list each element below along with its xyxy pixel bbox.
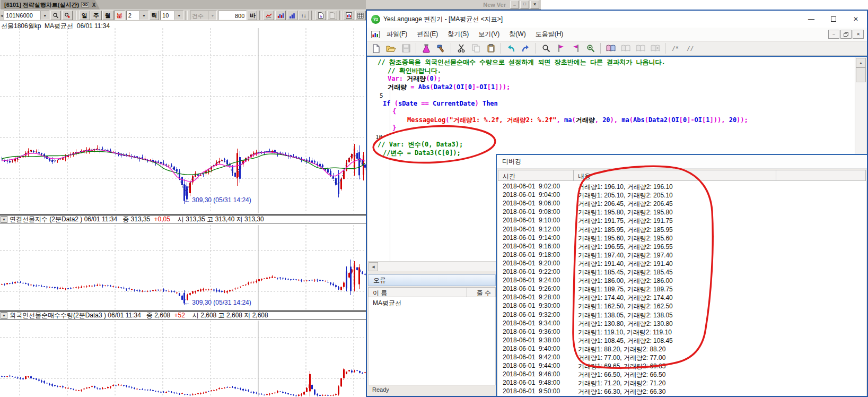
debug-row[interactable]: 2018-06-01 9:32:00거래량1: 138.05, 거래량2: 13… bbox=[498, 311, 866, 320]
debug-row-content: 거래량1: 185.95, 거래량2: 185.95 bbox=[578, 226, 673, 235]
debug-row-time: 2018-06-01 9:02:00 bbox=[503, 183, 560, 190]
debug-row-content: 거래량1: 66.30, 거래량2: 66.30 bbox=[578, 387, 665, 396]
debug-row-content: 거래량1: 185.45, 거래량2: 185.45 bbox=[578, 268, 673, 277]
debug-row[interactable]: 2018-06-01 9:02:00거래량1: 196.10, 거래량2: 19… bbox=[498, 183, 866, 191]
debug-row-time: 2018-06-01 9:12:00 bbox=[503, 226, 560, 233]
debug-row[interactable]: 2018-06-01 9:20:00거래량1: 191.40, 거래량2: 19… bbox=[498, 260, 866, 268]
close-icon[interactable]: ✕ bbox=[845, 12, 867, 26]
debug-row[interactable]: 2018-06-01 9:08:00거래량1: 195.80, 거래량2: 19… bbox=[498, 208, 866, 217]
debug-row[interactable]: 2018-06-01 9:34:00거래량1: 130.80, 거래량2: 13… bbox=[498, 320, 866, 328]
pane-collapse-icon[interactable]: ▼ bbox=[1, 312, 7, 319]
code-line-11[interactable]: // Var: 변수(0, Data3); bbox=[368, 141, 463, 149]
pane3-change-value: +52 bbox=[174, 312, 185, 319]
background-window-titlebar[interactable]: New Ver _ □ x bbox=[366, 0, 541, 10]
mdi-close-icon[interactable]: ✕ bbox=[853, 30, 864, 39]
build-button[interactable] bbox=[434, 42, 448, 55]
debug-row-content: 거래량1: 196.10, 거래량2: 196.10 bbox=[578, 183, 673, 192]
code-line-7[interactable]: { bbox=[368, 108, 396, 116]
code-vertical-scrollbar[interactable]: ▲ bbox=[855, 57, 866, 154]
clipboard-icon bbox=[487, 44, 495, 53]
bookmark-next-button[interactable] bbox=[569, 42, 582, 55]
debug-row[interactable]: 2018-06-01 9:40:00거래량1: 88.20, 거래량2: 88.… bbox=[498, 345, 866, 353]
errors-col-name[interactable]: 이 름 bbox=[369, 288, 467, 297]
mdi-restore-icon[interactable] bbox=[840, 30, 852, 39]
indicator-wizard-button[interactable] bbox=[419, 42, 433, 55]
code-line-8[interactable]: MessageLog("거래량1: %.2f, 거래량2: %.2f", ma(… bbox=[368, 116, 748, 125]
debug-row[interactable]: 2018-06-01 9:16:00거래량1: 196.55, 거래량2: 19… bbox=[498, 243, 866, 251]
debug-row[interactable]: 2018-06-01 9:10:00거래량1: 191.75, 거래량2: 19… bbox=[498, 217, 866, 225]
debug-row-time: 2018-06-01 9:42:00 bbox=[503, 353, 560, 361]
minimize-icon[interactable]: _ bbox=[510, 1, 519, 8]
new-file-button[interactable] bbox=[370, 42, 383, 55]
debug-row[interactable]: 2018-06-01 9:24:00거래량1: 186.00, 거래량2: 18… bbox=[498, 277, 866, 285]
pane2-change-value: +0,05 bbox=[154, 215, 170, 223]
cut-button[interactable] bbox=[454, 42, 468, 55]
debug-row[interactable]: 2018-06-01 9:28:00거래량1: 174.40, 거래량2: 17… bbox=[498, 294, 866, 302]
code-line-3[interactable]: Var: 거래량(0); bbox=[368, 75, 441, 83]
pane-collapse-icon[interactable]: ▼ bbox=[1, 216, 7, 223]
menu-item-0[interactable]: 파일(F) bbox=[382, 30, 412, 39]
debug-row[interactable]: 2018-06-01 9:06:00거래량1: 206.45, 거래량2: 20… bbox=[498, 200, 866, 208]
mdi-minimize-icon[interactable]: – bbox=[828, 30, 839, 39]
debug-col-time[interactable]: 시간 bbox=[498, 170, 574, 180]
toolbar-separator bbox=[416, 43, 416, 54]
close-icon[interactable]: x bbox=[530, 1, 539, 8]
debug-row[interactable]: 2018-06-01 9:26:00거래량1: 189.75, 거래량2: 18… bbox=[498, 285, 866, 294]
find-button[interactable] bbox=[539, 42, 553, 55]
comment-block-button[interactable]: /* bbox=[669, 42, 682, 55]
debug-row-content: 거래량1: 191.75, 거래량2: 191.75 bbox=[578, 217, 673, 226]
debug-row[interactable]: 2018-06-01 9:44:00거래량1: 69.65, 거래량2: 69.… bbox=[498, 362, 866, 370]
find-in-files-button[interactable] bbox=[584, 42, 597, 55]
paste-button[interactable] bbox=[484, 42, 497, 55]
scroll-up-icon[interactable]: ▲ bbox=[856, 58, 866, 67]
maximize-icon[interactable]: □ bbox=[520, 1, 529, 8]
scroll-left-icon[interactable]: ◀ bbox=[369, 262, 378, 271]
code-line-12[interactable]: //변수 = Data3(C[0]); bbox=[368, 149, 461, 158]
code-horizontal-scrollbar[interactable]: ◀ bbox=[368, 261, 496, 271]
code-line-9[interactable]: } bbox=[368, 124, 396, 133]
code-line-6[interactable]: If (sDate == CurrentDate) Then bbox=[368, 100, 498, 108]
debug-col-content[interactable]: 내용 bbox=[574, 170, 776, 180]
code-area-top-border bbox=[367, 56, 867, 57]
code-area-lower[interactable] bbox=[368, 154, 496, 261]
comment-line-button[interactable]: // bbox=[683, 42, 697, 55]
debug-row[interactable]: 2018-06-01 9:18:00거래량1: 197.40, 거래량2: 19… bbox=[498, 251, 866, 260]
undo-button[interactable] bbox=[504, 42, 518, 55]
menu-item-5[interactable]: 도움말(H) bbox=[531, 30, 568, 39]
menu-item-4[interactable]: 창(W) bbox=[504, 30, 530, 39]
code-line-1[interactable]: // 참조종목을 외국인선물순매수 수량으로 설정하게 되면 장초반에는 다른 … bbox=[368, 58, 665, 67]
redo-button[interactable] bbox=[519, 42, 532, 55]
debug-row[interactable]: 2018-06-01 9:30:00거래량1: 162.50, 거래량2: 16… bbox=[498, 302, 866, 310]
debug-row-time: 2018-06-01 9:28:00 bbox=[503, 294, 560, 301]
debug-row[interactable]: 2018-06-01 9:12:00거래량1: 185.95, 거래량2: 18… bbox=[498, 226, 866, 234]
editor-titlebar[interactable]: Y2 YesLanguage 편집기 - [MA평균선 <지표>] — ✕ bbox=[367, 11, 867, 28]
verify-script-button[interactable] bbox=[604, 42, 617, 55]
menu-item-2[interactable]: 찾기(S) bbox=[443, 30, 474, 39]
code-line-4[interactable]: 거래량 = Abs(Data2(OI[0]-OI[1])); bbox=[368, 83, 510, 92]
errors-col-lines[interactable]: 줄 수 bbox=[467, 288, 495, 297]
debug-row[interactable]: 2018-06-01 9:50:00거래량1: 66.30, 거래량2: 66.… bbox=[498, 387, 866, 396]
search-icon bbox=[542, 44, 550, 53]
debug-row[interactable]: 2018-06-01 9:36:00거래량1: 119.10, 거래량2: 11… bbox=[498, 328, 866, 336]
debug-table-rows[interactable]: 2018-06-01 9:02:00거래량1: 196.10, 거래량2: 19… bbox=[498, 181, 866, 396]
debug-row[interactable]: 2018-06-01 9:42:00거래량1: 77.00, 거래량2: 77.… bbox=[498, 353, 866, 362]
errors-table-body[interactable]: MA평균선 bbox=[368, 297, 496, 385]
scrollbar-thumb[interactable] bbox=[856, 67, 866, 82]
debug-row[interactable]: 2018-06-01 9:46:00거래량1: 66.50, 거래량2: 66.… bbox=[498, 370, 866, 379]
menu-item-1[interactable]: 편집(E) bbox=[412, 30, 443, 39]
code-line-2[interactable]: // 확인바랍니다. bbox=[368, 67, 441, 75]
debug-row[interactable]: 2018-06-01 9:38:00거래량1: 108.45, 거래량2: 10… bbox=[498, 336, 866, 345]
debug-row[interactable]: 2018-06-01 9:04:00거래량1: 205.10, 거래량2: 20… bbox=[498, 191, 866, 200]
minimize-icon[interactable]: — bbox=[800, 12, 822, 26]
maximize-icon[interactable] bbox=[822, 12, 845, 26]
error-row-script-name[interactable]: MA평균선 bbox=[373, 299, 401, 308]
debug-row[interactable]: 2018-06-01 9:48:00거래량1: 71.20, 거래량2: 71.… bbox=[498, 379, 866, 387]
debug-row[interactable]: 2018-06-01 9:14:00거래량1: 195.60, 거래량2: 19… bbox=[498, 234, 866, 243]
bookmark-prev-button[interactable] bbox=[554, 42, 567, 55]
debug-row[interactable]: 2018-06-01 9:22:00거래량1: 185.45, 거래량2: 18… bbox=[498, 268, 866, 277]
flag-right-icon bbox=[573, 44, 579, 53]
open-file-button[interactable] bbox=[384, 42, 398, 55]
editor-window-title: YesLanguage 편집기 - [MA평균선 <지표>] bbox=[383, 15, 503, 24]
menu-item-3[interactable]: 보기(V) bbox=[474, 30, 504, 39]
chart-canvas[interactable] bbox=[0, 0, 366, 397]
